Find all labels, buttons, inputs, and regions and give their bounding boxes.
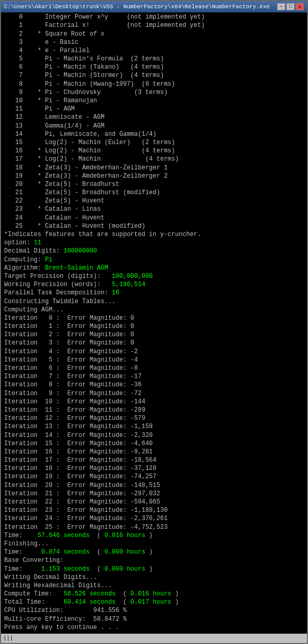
terminal-line: Computing: Pi xyxy=(4,256,304,264)
terminal-line: Iteration 2 : Error Magnitude: 0 xyxy=(4,331,304,339)
window-title: C:\Users\Akari\Desktop\trunk\VSS - Numbe… xyxy=(4,4,270,10)
terminal-line: 9 * Pi - Chudnovsky (3 terms) xyxy=(4,88,304,97)
terminal-line: Iteration 21 : Error Magnitude: -297,032 xyxy=(4,490,304,498)
terminal-line: Writing Hexadecimal Digits... xyxy=(4,582,304,590)
terminal-line: 8 Pi - Machin (Hwang-1997) (6 terms) xyxy=(4,80,304,88)
terminal-line: Iteration 4 : Error Magnitude: -2 xyxy=(4,348,304,356)
terminal-line: 14 Pi, Lemniscate, and Gamma(1/4) xyxy=(4,130,304,138)
terminal-line: Press any key to continue . . . xyxy=(4,623,304,632)
terminal-output[interactable]: Number Factory v1.0.0 - Powered by...y-c… xyxy=(1,12,307,634)
statusbar: ||| xyxy=(1,634,307,643)
terminal-line: 2 * Square Root of x xyxy=(4,30,304,38)
terminal-line: Iteration 5 : Error Magnitude: -4 xyxy=(4,356,304,364)
terminal-line: Base Converting: xyxy=(4,556,304,564)
terminal-line: 17 * Log(2) - Machin (4 terms) xyxy=(4,155,304,163)
titlebar: C:\Users\Akari\Desktop\trunk\VSS - Numbe… xyxy=(1,1,307,12)
terminal-line: 23 * Catalan - Linas xyxy=(4,205,304,213)
terminal-line: 11 Pi - AGM xyxy=(4,105,304,113)
terminal-line: 0 Integer Power x^y (not implemented yet… xyxy=(4,13,304,21)
terminal-line: Finishing... xyxy=(4,540,304,548)
terminal-line: Time: 57.646 seconds ( 0.016 hours ) xyxy=(4,531,304,540)
terminal-line: Iteration 24 : Error Magnitude: -2,376,2… xyxy=(4,514,304,523)
terminal-line: 4 * e - Parallel xyxy=(4,46,304,55)
terminal-line: Iteration 3 : Error Magnitude: 0 xyxy=(4,339,304,347)
terminal-line: 22 Zeta(5) - Huvent xyxy=(4,197,304,205)
terminal-line: Iteration 15 : Error Magnitude: -4,640 xyxy=(4,439,304,448)
terminal-line: CPU Utilization: 941.556 % xyxy=(4,606,304,615)
terminal-line: Working Precision (words): 5,190,514 xyxy=(4,280,304,289)
terminal-line: Decimal Digits: 100000000 xyxy=(4,247,304,255)
terminal-line: 19 * Zeta(3) - Amdeberhan-Zeilberger 2 xyxy=(4,172,304,180)
terminal-line: Iteration 10 : Error Magnitude: -144 xyxy=(4,398,304,406)
terminal-line: 13 Gamma(1/4) - AGM xyxy=(4,122,304,130)
terminal-line: *Indicates features that are supported i… xyxy=(4,230,304,239)
terminal-line: Iteration 14 : Error Magnitude: -2,320 xyxy=(4,431,304,439)
terminal-line: Target Precision (digits): 100,000,000 xyxy=(4,272,304,280)
close-button[interactable]: ✕ xyxy=(296,3,304,10)
titlebar-buttons: ─ □ ✕ xyxy=(277,3,304,10)
statusbar-text: ||| xyxy=(3,635,13,641)
terminal-line: Time: 0.874 seconds ( 0.000 hours ) xyxy=(4,548,304,556)
terminal-line: Computing AGM... xyxy=(4,306,304,314)
main-window: C:\Users\Akari\Desktop\trunk\VSS - Numbe… xyxy=(0,0,308,644)
terminal-line: Iteration 6 : Error Magnitude: -8 xyxy=(4,364,304,372)
terminal-line: 25 * Catalan - Huvent (modified) xyxy=(4,222,304,230)
terminal-line: 12 Lemniscate - AGM xyxy=(4,113,304,121)
terminal-line: Iteration 18 : Error Magnitude: -37,128 xyxy=(4,464,304,473)
terminal-line: 1 Factorial x! (not implemented yet) xyxy=(4,21,304,29)
terminal-line: Iteration 9 : Error Magnitude: -72 xyxy=(4,389,304,398)
maximize-button[interactable]: □ xyxy=(286,3,295,10)
terminal-line: Iteration 23 : Error Magnitude: -1,188,1… xyxy=(4,506,304,514)
terminal-line: 16 * Log(2) - Machin (4 terms) xyxy=(4,147,304,155)
terminal-line: Multi-core Efficiency: 58.8472 % xyxy=(4,615,304,623)
terminal-line: 3 e - Basic xyxy=(4,38,304,46)
terminal-line: 10 * Pi - Ramanujan xyxy=(4,97,304,105)
terminal-line: Writing Decimal Digits... xyxy=(4,573,304,582)
terminal-line: Iteration 7 : Error Magnitude: -17 xyxy=(4,372,304,381)
terminal-line: 18 * Zeta(3) - Amdeberhan-Zeilberger 1 xyxy=(4,164,304,172)
terminal-line: option: 11 xyxy=(4,239,304,247)
minimize-button[interactable]: ─ xyxy=(277,3,285,10)
terminal-line: 7 Pi - Machin (Stormer) (4 terms) xyxy=(4,71,304,80)
terminal-line: Iteration 25 : Error Magnitude: -4,752,5… xyxy=(4,523,304,531)
terminal-line: Iteration 19 : Error Magnitude: -74,257 xyxy=(4,473,304,481)
terminal-line: 21 Zeta(5) - Broadhurst (modified) xyxy=(4,189,304,197)
terminal-line: Total Time: 60.414 seconds ( 0.017 hours… xyxy=(4,598,304,606)
terminal-line: 6 Pi - Machin (Takano) (4 terms) xyxy=(4,63,304,71)
terminal-line: 24 Catalan - Huvent xyxy=(4,214,304,222)
terminal-line: Algorithm: Brent-Salamin AGM xyxy=(4,264,304,272)
terminal-line: Iteration 12 : Error Magnitude: -579 xyxy=(4,414,304,422)
terminal-line: Iteration 17 : Error Magnitude: -18,564 xyxy=(4,456,304,464)
terminal-line: Iteration 0 : Error Magnitude: 0 xyxy=(4,314,304,322)
terminal-line: Iteration 13 : Error Magnitude: -1,159 xyxy=(4,422,304,431)
terminal-line: Iteration 22 : Error Magnitude: -594,065 xyxy=(4,498,304,506)
terminal-line: Iteration 1 : Error Magnitude: 0 xyxy=(4,322,304,331)
terminal-line: 15 Log(2) - Machin (Euler) (2 terms) xyxy=(4,138,304,147)
terminal-line: Iteration 8 : Error Magnitude: -36 xyxy=(4,381,304,389)
terminal-line: Time: 1.153 seconds ( 0.000 hours ) xyxy=(4,565,304,573)
terminal-line: 20 * Zeta(5) - Broadhurst xyxy=(4,180,304,189)
terminal-line: Constructing Twiddle Tables... xyxy=(4,297,304,306)
terminal-line: Iteration 16 : Error Magnitude: -9,281 xyxy=(4,448,304,456)
terminal-line: Compute Time: 58.526 seconds ( 0.016 hou… xyxy=(4,590,304,598)
terminal-line: 5 Pi - Machin's Formula (2 terms) xyxy=(4,55,304,63)
terminal-line: Iteration 11 : Error Magnitude: -289 xyxy=(4,406,304,414)
terminal-line: Parallel Task Decomposition: 16 xyxy=(4,289,304,297)
terminal-line: Iteration 20 : Error Magnitude: -148,515 xyxy=(4,481,304,490)
